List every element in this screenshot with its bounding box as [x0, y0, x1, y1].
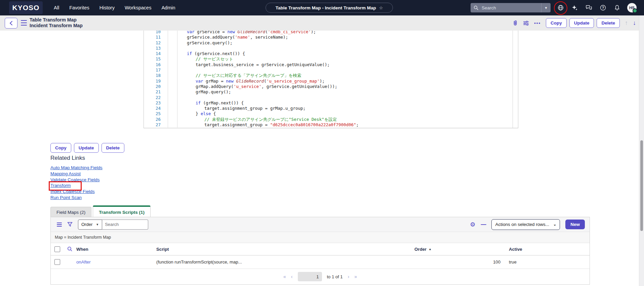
form-header-actions: ••• CopyUpdateDelete ↑ ↓	[512, 15, 636, 31]
form-title: Table Transform Map Incident Transform M…	[30, 17, 83, 29]
search-scope-dropdown[interactable]: ▼	[541, 3, 551, 12]
script-code-editor[interactable]: 10var grService = new GlideRecord('cmdb_…	[144, 31, 518, 128]
row-checkbox[interactable]	[54, 259, 60, 265]
related-list-tab[interactable]: Transform Scripts (1)	[93, 205, 151, 218]
top-navbar: KYOSO AllFavoritesHistoryWorkspacesAdmin…	[0, 0, 644, 15]
related-list-tabs: Field Maps (2)Transform Scripts (1)	[50, 205, 151, 218]
column-header-script[interactable]: Script	[156, 247, 341, 252]
form-action-button[interactable]: Delete	[102, 143, 125, 153]
chat-icon[interactable]	[585, 4, 593, 12]
header-action-button[interactable]: Update	[569, 18, 594, 28]
previous-page-icon[interactable]: ‹	[291, 274, 293, 279]
svg-text:?: ?	[602, 6, 604, 10]
list-pagination: « ‹ 1 to 1 of 1 › »	[51, 269, 590, 284]
globe-icon[interactable]	[557, 4, 565, 12]
form-title-table: Table Transform Map	[30, 17, 83, 23]
form-header: Table Transform Map Incident Transform M…	[0, 15, 644, 31]
row-active-cell: true	[505, 259, 590, 265]
related-link-row: Run Point Scan	[50, 194, 103, 200]
last-page-icon[interactable]: »	[354, 274, 357, 279]
row-order-cell: 100	[341, 259, 505, 265]
form-action-buttons: CopyUpdateDelete	[50, 143, 124, 153]
nav-menu-item[interactable]: Admin	[161, 5, 175, 10]
filter-funnel-icon[interactable]	[67, 222, 73, 227]
search-field-select[interactable]: Order ▼	[78, 220, 102, 230]
personalize-sliders-icon[interactable]	[523, 20, 529, 26]
form-title-record: Incident Transform Map	[30, 23, 83, 29]
page-range-label: to 1 of 1	[327, 274, 343, 279]
column-header-order[interactable]: Order ▲	[341, 247, 505, 252]
list-header-row: When Script Order ▲ Active	[51, 243, 590, 255]
navbar-right: ▼ ? HS	[471, 0, 637, 15]
user-avatar[interactable]: HS	[627, 3, 637, 12]
primary-nav: AllFavoritesHistoryWorkspacesAdmin	[54, 0, 175, 15]
kyoso-logo[interactable]: KYOSO	[9, 1, 43, 14]
search-field-value: Order	[81, 222, 92, 227]
previous-record-arrow-icon[interactable]: ↑	[625, 19, 628, 27]
more-actions-icon[interactable]: •••	[534, 20, 541, 26]
context-menu-icon[interactable]	[21, 20, 27, 26]
presence-dot	[633, 8, 637, 13]
chevron-down-icon: ⌄	[553, 222, 556, 227]
header-action-button[interactable]: Copy	[546, 18, 567, 28]
editor-scrollbar[interactable]	[513, 31, 518, 128]
search-input[interactable]	[481, 5, 533, 11]
chevron-down-icon: ▼	[96, 223, 99, 226]
global-search-field	[471, 3, 541, 12]
record-title: Table Transform Map - Incident Transform…	[276, 5, 376, 10]
related-link[interactable]: Index Coalesce Fields	[50, 189, 95, 194]
collapse-list-icon[interactable]: —	[481, 222, 486, 228]
list-settings-gear-icon[interactable]: ⚙	[470, 221, 475, 228]
list-menu-icon[interactable]	[57, 223, 62, 227]
page-scrollbar-thumb[interactable]	[640, 140, 643, 231]
first-page-icon[interactable]: «	[283, 274, 286, 279]
row-script-cell: (function runTransformScript(source, map…	[156, 259, 341, 265]
list-breadcrumb[interactable]: Map = Incident Transform Map	[51, 232, 590, 243]
related-link[interactable]: Run Point Scan	[50, 195, 82, 200]
column-search-icon[interactable]	[64, 246, 76, 252]
next-record-arrow-icon[interactable]: ↓	[633, 19, 636, 27]
list-body: onAfter (function runTransformScript(sou…	[51, 255, 590, 269]
record-title-pill[interactable]: Table Transform Map - Incident Transform…	[266, 3, 393, 13]
page-scrollbar-track	[639, 15, 644, 286]
related-link-row: Auto Map Matching Fields	[50, 164, 103, 171]
related-list-tab[interactable]: Field Maps (2)	[50, 207, 91, 218]
related-link[interactable]: Mapping Assist	[50, 171, 81, 176]
nav-menu-item[interactable]: Favorites	[69, 5, 89, 10]
attachment-paperclip-icon[interactable]	[512, 20, 518, 26]
nav-menu-item[interactable]: All	[54, 5, 59, 10]
row-when-link[interactable]: onAfter	[76, 259, 91, 265]
nav-menu-item[interactable]: History	[99, 5, 115, 10]
related-link[interactable]: Auto Map Matching Fields	[50, 165, 103, 170]
new-button[interactable]: New	[565, 220, 585, 229]
column-header-when[interactable]: When	[76, 247, 156, 252]
help-icon[interactable]: ?	[599, 4, 607, 12]
related-links-section: Related Links Auto Map Matching Fields M…	[50, 155, 103, 200]
related-link-row: Validate Coalesce Fields	[50, 177, 103, 183]
header-action-button[interactable]: Delete	[597, 18, 620, 28]
global-search: ▼	[471, 3, 551, 12]
list-toolbar: Order ▼ ⚙ — Actions on selected rows... …	[51, 217, 590, 232]
sort-ascending-icon: ▲	[429, 247, 432, 251]
next-page-icon[interactable]: ›	[348, 274, 349, 279]
transform-scripts-list: Order ▼ ⚙ — Actions on selected rows... …	[50, 217, 590, 285]
form-action-button[interactable]: Update	[74, 143, 99, 153]
notifications-bell-icon[interactable]	[613, 4, 621, 12]
current-page-input[interactable]: 1	[298, 272, 322, 281]
order-label: Order	[414, 247, 427, 252]
related-links-list: Auto Map Matching Fields Mapping Assist …	[50, 164, 103, 200]
select-all-checkbox[interactable]	[54, 246, 60, 252]
back-button[interactable]	[5, 18, 17, 29]
favorite-star-icon[interactable]: ☆	[379, 5, 383, 10]
list-search-input[interactable]	[102, 220, 148, 230]
ai-sparkle-icon[interactable]	[571, 4, 579, 12]
column-header-active[interactable]: Active	[505, 247, 590, 252]
related-link[interactable]: Transform	[50, 183, 71, 188]
nav-menu-item[interactable]: Workspaces	[125, 5, 152, 10]
actions-on-rows-select[interactable]: Actions on selected rows... ⌄	[491, 219, 560, 230]
related-link[interactable]: Validate Coalesce Fields	[50, 177, 99, 182]
form-action-button[interactable]: Copy	[50, 143, 71, 153]
table-row: onAfter (function runTransformScript(sou…	[51, 255, 590, 269]
actions-select-value: Actions on selected rows...	[495, 222, 549, 227]
related-link-row: Transform	[50, 182, 103, 188]
